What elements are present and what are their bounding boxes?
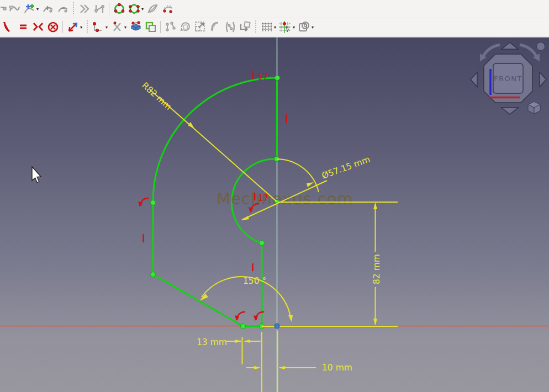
- watermark: Mechnexus.com: [217, 189, 353, 208]
- constraint-number-center[interactable]: 17: [258, 193, 268, 203]
- tangent-constraint-icon[interactable]: [235, 312, 245, 321]
- constrain-coincident-dropdown[interactable]: ▾: [105, 20, 108, 35]
- increase-bspline-degree-dropdown[interactable]: ▾: [36, 2, 39, 17]
- increase-knot-multiplicity-button[interactable]: [40, 2, 55, 17]
- bspline-by-control-points-button[interactable]: [126, 2, 141, 17]
- toolbar-row-bspline: ▾ ▾: [0, 0, 549, 18]
- show-bspline-degree-button[interactable]: [77, 2, 92, 17]
- constrain-equal-button[interactable]: [15, 20, 30, 35]
- cube-arrow-up[interactable]: [502, 43, 518, 49]
- toolbar-separator: [109, 3, 109, 15]
- external-geometry-button[interactable]: [128, 20, 143, 35]
- height-dimension[interactable]: 82 mm: [262, 202, 398, 326]
- configure-rendering-order-button[interactable]: [297, 20, 312, 35]
- toolbar-separator: [255, 20, 257, 34]
- trim-edge-dropdown[interactable]: ▾: [124, 20, 126, 35]
- bspline-clipped-icon[interactable]: [1, 2, 7, 17]
- dimension-dropdown[interactable]: ▾: [80, 20, 82, 35]
- show-bspline-control-polygon-button[interactable]: [92, 2, 107, 17]
- offset-geometry-button[interactable]: [208, 20, 223, 35]
- outer-arc-edge[interactable]: [153, 78, 277, 203]
- increase-bspline-degree-button[interactable]: [22, 2, 36, 17]
- scale-elements-button[interactable]: [193, 20, 208, 35]
- bspline-by-control-points-dropdown[interactable]: ▾: [141, 2, 144, 17]
- toggle-snap-dropdown[interactable]: ▾: [293, 20, 295, 35]
- radius-dimension-label[interactable]: R82 mm: [140, 81, 173, 112]
- cube-arrow-down[interactable]: [502, 108, 518, 114]
- vertex[interactable]: [151, 272, 156, 277]
- rectangular-array-button[interactable]: [237, 20, 252, 35]
- offset-dimension[interactable]: 10 mm: [246, 331, 352, 392]
- diagonal-edge[interactable]: [153, 274, 243, 326]
- angle-dimension[interactable]: 150 °: [199, 276, 293, 322]
- rotate-right-arrow[interactable]: [520, 45, 536, 56]
- vertex[interactable]: [241, 324, 246, 329]
- cube-arrow-right[interactable]: [540, 72, 546, 87]
- decrease-knot-multiplicity-button[interactable]: [55, 2, 70, 17]
- cube-front-label: FRONT: [494, 75, 522, 83]
- toggle-snap-button[interactable]: [278, 20, 293, 35]
- constrain-block-button[interactable]: [45, 20, 60, 35]
- constraint-number-top[interactable]: 17: [257, 72, 268, 82]
- toolbar-separator: [72, 2, 75, 15]
- toolbar-separator: [86, 20, 88, 34]
- width-dimension-label[interactable]: 13 mm: [197, 337, 227, 347]
- vertex[interactable]: [260, 241, 265, 246]
- convert-to-bspline-button[interactable]: [7, 2, 22, 17]
- sketch-viewport[interactable]: Mechnexus.com R82 mm Ø57.15 mm 82 mm: [0, 38, 549, 392]
- mini-cube-icon[interactable]: [528, 102, 540, 114]
- navigation-cube[interactable]: FRONT: [471, 39, 546, 114]
- toolbar-separator: [160, 21, 161, 33]
- offset-dimension-label[interactable]: 10 mm: [322, 363, 352, 373]
- width-dimension[interactable]: 13 mm: [197, 337, 261, 364]
- toolbar-separator: [62, 21, 63, 33]
- show-bspline-comb-button[interactable]: [160, 2, 175, 17]
- toolbar-row-constraints: ▾ ▾ ▾: [0, 18, 549, 36]
- constrain-tangent-button[interactable]: [1, 20, 15, 35]
- vertex[interactable]: [275, 76, 280, 81]
- vertex[interactable]: [151, 200, 156, 205]
- constrain-coincident-button[interactable]: [91, 20, 105, 35]
- toggle-grid-dropdown[interactable]: ▾: [274, 20, 276, 35]
- cube-corner-dot[interactable]: [537, 43, 545, 51]
- rotate-elements-button[interactable]: [178, 20, 193, 35]
- tangent-constraint-icon[interactable]: [138, 198, 148, 207]
- cube-arrow-left[interactable]: [471, 72, 477, 87]
- toolbar-area: ▾ ▾: [0, 0, 549, 38]
- dimension-button[interactable]: [65, 20, 80, 35]
- configure-rendering-order-dropdown[interactable]: ▾: [312, 20, 314, 35]
- carbon-copy-button[interactable]: [143, 20, 158, 35]
- origin-point[interactable]: [274, 324, 279, 329]
- periodic-bspline-button[interactable]: [112, 2, 126, 17]
- constrain-symmetric-button[interactable]: [30, 20, 45, 35]
- select-elements-button[interactable]: [163, 20, 178, 35]
- angle-dimension-label[interactable]: 150 °: [243, 276, 266, 286]
- trim-edge-button[interactable]: [109, 20, 124, 35]
- height-dimension-label[interactable]: 82 mm: [372, 254, 382, 284]
- symmetry-button[interactable]: [223, 20, 237, 35]
- diameter-dimension-label[interactable]: Ø57.15 mm: [320, 154, 371, 181]
- toggle-grid-button[interactable]: [259, 20, 274, 35]
- show-knot-multiplicity-button[interactable]: [145, 2, 160, 17]
- mouse-cursor: [32, 167, 41, 183]
